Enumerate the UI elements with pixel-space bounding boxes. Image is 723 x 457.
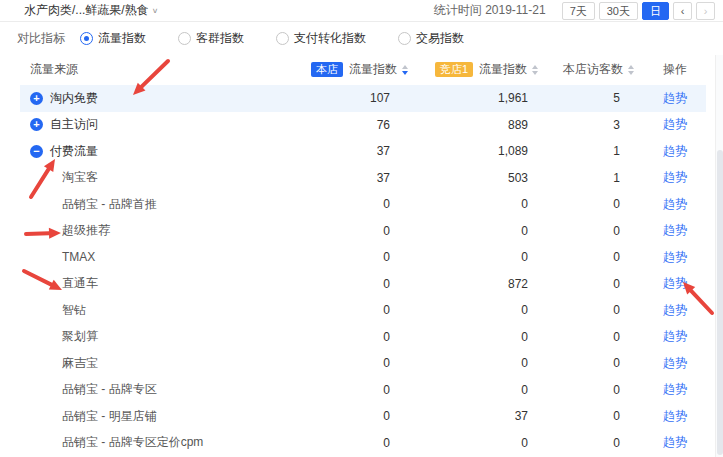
trend-link[interactable]: 趋势 bbox=[663, 91, 687, 105]
visitors-cell: 0 bbox=[542, 224, 638, 238]
table-row: 直通车08720趋势 bbox=[20, 271, 706, 298]
source-name: 淘宝客 bbox=[62, 169, 98, 186]
metric-option-交易指数[interactable]: 交易指数 bbox=[398, 30, 464, 47]
trend-link[interactable]: 趋势 bbox=[663, 197, 687, 211]
visitors-cell: 1 bbox=[542, 144, 638, 158]
action-cell: 趋势 bbox=[638, 275, 706, 292]
table-row: 聚划算000趋势 bbox=[20, 324, 706, 351]
radio-icon[interactable] bbox=[276, 32, 289, 45]
source-cell: +淘内免费 bbox=[20, 90, 300, 107]
action-cell: 趋势 bbox=[638, 196, 706, 213]
rival-index-cell: 0 bbox=[412, 436, 542, 450]
column-header-action: 操作 bbox=[638, 61, 706, 78]
trend-link[interactable]: 趋势 bbox=[663, 223, 687, 237]
visitors-cell: 0 bbox=[542, 383, 638, 397]
own-index-cell: 0 bbox=[300, 356, 412, 370]
trend-link[interactable]: 趋势 bbox=[663, 435, 687, 449]
table-row: 智钻000趋势 bbox=[20, 297, 706, 324]
rival-index-cell: 0 bbox=[412, 330, 542, 344]
visitors-cell: 0 bbox=[542, 356, 638, 370]
metric-option-客群指数[interactable]: 客群指数 bbox=[178, 30, 244, 47]
traffic-source-compare-page: 水产肉类/...鲜蔬果/熟食 ∨ 统计时间 2019-11-21 7天30天日 … bbox=[0, 0, 723, 457]
source-name: 聚划算 bbox=[62, 328, 98, 345]
source-name: 超级推荐 bbox=[62, 222, 110, 239]
column-header-own-index: 本店 流量指数 bbox=[300, 61, 412, 78]
top-bar: 水产肉类/...鲜蔬果/熟食 ∨ 统计时间 2019-11-21 7天30天日 … bbox=[0, 0, 723, 22]
rival-metric-label: 流量指数 bbox=[479, 61, 527, 78]
source-name: 麻吉宝 bbox=[62, 355, 98, 372]
table-header: 流量来源 本店 流量指数 竞店1 流量指数 本店访客数 操作 bbox=[20, 54, 706, 85]
source-cell: 智钻 bbox=[20, 302, 300, 319]
trend-link[interactable]: 趋势 bbox=[663, 170, 687, 184]
prev-period-button[interactable]: ‹ bbox=[673, 2, 692, 20]
sort-icon-rival[interactable] bbox=[532, 65, 538, 75]
visitors-cell: 0 bbox=[542, 277, 638, 291]
source-cell: 品销宝 - 品牌专区定价cpm bbox=[20, 434, 300, 451]
trend-link[interactable]: 趋势 bbox=[663, 356, 687, 370]
category-selector[interactable]: 水产肉类/...鲜蔬果/熟食 ∨ bbox=[24, 2, 158, 19]
trend-link[interactable]: 趋势 bbox=[663, 409, 687, 423]
own-index-cell: 0 bbox=[300, 224, 412, 238]
radio-icon[interactable] bbox=[178, 32, 191, 45]
metric-option-label: 流量指数 bbox=[98, 30, 146, 47]
table-row: 品销宝 - 品牌专区定价cpm000趋势 bbox=[20, 430, 706, 457]
trend-link[interactable]: 趋势 bbox=[663, 276, 687, 290]
source-name: 淘内免费 bbox=[50, 90, 98, 107]
next-period-button[interactable]: › bbox=[696, 2, 715, 20]
metric-option-支付转化指数[interactable]: 支付转化指数 bbox=[276, 30, 366, 47]
own-index-cell: 0 bbox=[300, 277, 412, 291]
table-row: +淘内免费1071,9615趋势 bbox=[20, 85, 706, 112]
sort-icon-own[interactable] bbox=[402, 65, 408, 75]
visitors-cell: 0 bbox=[542, 250, 638, 264]
rival-index-cell: 0 bbox=[412, 197, 542, 211]
radio-icon[interactable] bbox=[398, 32, 411, 45]
table-row: 品销宝 - 品牌首推000趋势 bbox=[20, 191, 706, 218]
visitors-cell: 0 bbox=[542, 303, 638, 317]
radio-icon[interactable] bbox=[80, 32, 93, 45]
source-name: 自主访问 bbox=[50, 116, 98, 133]
trend-link[interactable]: 趋势 bbox=[663, 382, 687, 396]
action-cell: 趋势 bbox=[638, 408, 706, 425]
table-row: 品销宝 - 品牌专区000趋势 bbox=[20, 377, 706, 404]
metric-option-label: 交易指数 bbox=[416, 30, 464, 47]
column-header-source: 流量来源 bbox=[20, 61, 300, 78]
rival-index-cell: 872 bbox=[412, 277, 542, 291]
source-name: 品销宝 - 品牌首推 bbox=[62, 196, 157, 213]
metric-option-label: 支付转化指数 bbox=[294, 30, 366, 47]
trend-link[interactable]: 趋势 bbox=[663, 303, 687, 317]
rival-index-cell: 889 bbox=[412, 118, 542, 132]
collapse-toggle-icon[interactable]: − bbox=[30, 145, 43, 158]
trend-link[interactable]: 趋势 bbox=[663, 329, 687, 343]
sort-icon-visitors[interactable] bbox=[628, 65, 634, 75]
expand-toggle-icon[interactable]: + bbox=[30, 118, 43, 131]
trend-link[interactable]: 趋势 bbox=[663, 117, 687, 131]
rival-index-cell: 0 bbox=[412, 250, 542, 264]
vertical-scrollbar-track bbox=[715, 55, 723, 457]
range-button-7天[interactable]: 7天 bbox=[562, 2, 595, 20]
table-row: −付费流量371,0891趋势 bbox=[20, 138, 706, 165]
range-button-日[interactable]: 日 bbox=[642, 2, 669, 20]
metric-option-流量指数[interactable]: 流量指数 bbox=[80, 30, 146, 47]
metric-radio-group: 流量指数客群指数支付转化指数交易指数 bbox=[80, 30, 496, 47]
visitors-label: 本店访客数 bbox=[563, 61, 623, 78]
compare-metric-label: 对比指标 bbox=[17, 30, 65, 47]
own-index-cell: 0 bbox=[300, 436, 412, 450]
range-button-30天[interactable]: 30天 bbox=[599, 2, 638, 20]
table-row: 品销宝 - 明星店铺0370趋势 bbox=[20, 403, 706, 430]
stat-time-label: 统计时间 bbox=[434, 3, 482, 17]
action-cell: 趋势 bbox=[638, 249, 706, 266]
trend-link[interactable]: 趋势 bbox=[663, 250, 687, 264]
own-metric-label: 流量指数 bbox=[349, 61, 397, 78]
expand-toggle-icon[interactable]: + bbox=[30, 92, 43, 105]
source-cell: 聚划算 bbox=[20, 328, 300, 345]
vertical-scrollbar-thumb[interactable] bbox=[717, 150, 723, 455]
visitors-cell: 0 bbox=[542, 197, 638, 211]
source-cell: 麻吉宝 bbox=[20, 355, 300, 372]
action-cell: 趋势 bbox=[638, 434, 706, 451]
rival-index-cell: 0 bbox=[412, 303, 542, 317]
compare-metric-bar: 对比指标 流量指数客群指数支付转化指数交易指数 bbox=[0, 22, 723, 54]
source-name: 品销宝 - 品牌专区定价cpm bbox=[62, 434, 203, 451]
trend-link[interactable]: 趋势 bbox=[663, 144, 687, 158]
stat-time-value: 2019-11-21 bbox=[485, 3, 546, 17]
action-cell: 趋势 bbox=[638, 143, 706, 160]
